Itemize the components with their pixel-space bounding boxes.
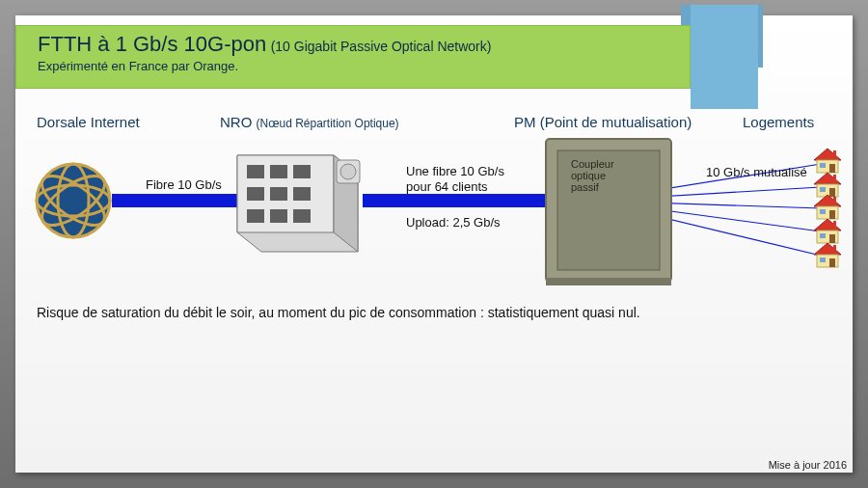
nro-building-icon [237,155,360,252]
internet-globe-icon [35,164,113,237]
link-nro-pm [363,194,556,207]
label-shared: 10 Gb/s mutualisé [706,165,807,179]
svg-rect-22 [293,209,311,223]
link-backbone-nro [112,194,247,207]
svg-rect-20 [247,209,264,223]
label-fiber64-a: Une fibre 10 Gb/s [406,164,504,178]
houses-group [814,149,841,267]
label-upload: Upload: 2,5 Gb/s [406,215,501,230]
label-coupler-a: Coupleur [571,158,614,170]
svg-rect-15 [270,165,287,178]
svg-rect-16 [293,165,311,178]
svg-rect-19 [293,187,311,201]
svg-rect-27 [546,278,671,285]
label-fiber64-b: pour 64 clients [406,179,488,194]
svg-rect-21 [270,209,287,223]
label-coupler: Coupleur optique passif [571,158,614,193]
label-coupler-b: optique [571,170,614,181]
label-fiber10: Fibre 10 Gb/s [146,177,222,192]
svg-rect-14 [247,165,264,178]
risk-note: Risque de saturation du débit le soir, a… [37,305,640,320]
svg-rect-18 [270,187,287,201]
label-coupler-c: passif [571,181,614,193]
svg-point-24 [340,164,356,179]
footer-updated: Mise à jour 2016 [769,459,847,471]
diagram-canvas [15,15,853,473]
svg-rect-17 [247,187,264,201]
